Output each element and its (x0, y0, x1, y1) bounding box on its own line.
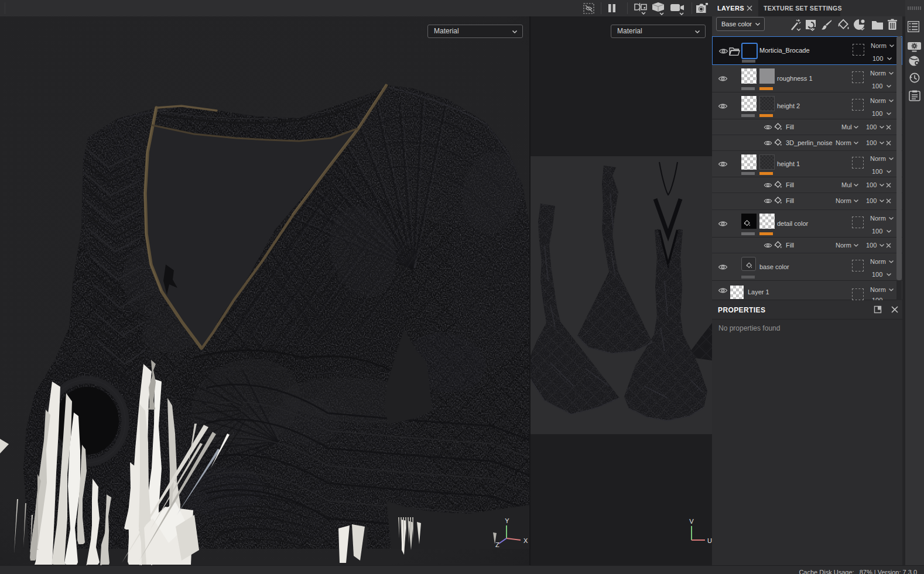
svg-text:X: X (523, 537, 528, 544)
svg-text:U: U (707, 537, 712, 544)
svg-text:V: V (689, 518, 694, 525)
svg-text:Y: Y (505, 517, 509, 524)
svg-text:Z: Z (495, 541, 499, 548)
